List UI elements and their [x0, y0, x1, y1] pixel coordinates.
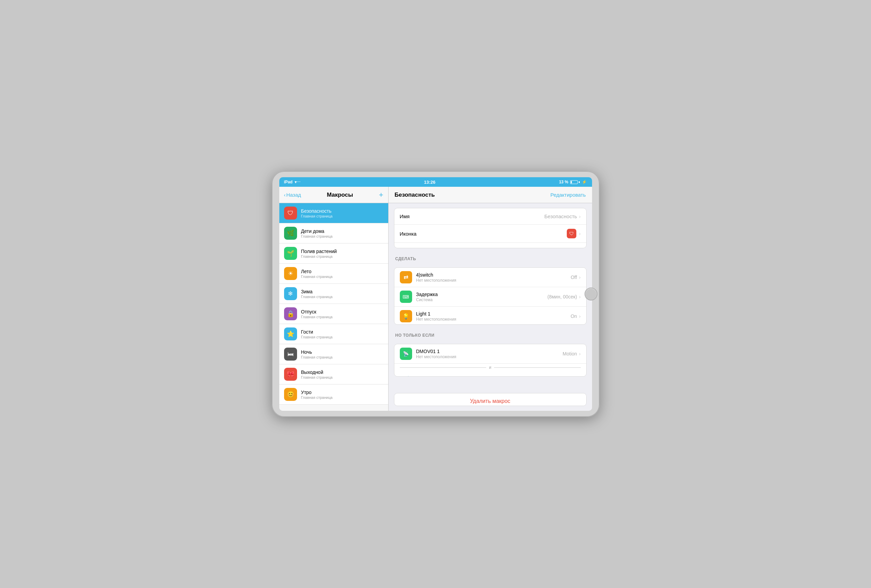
sdelat-card: ⇄ 4|switch Нет местоположения Off › ⌨ За… [394, 267, 587, 325]
switch-value: Off [570, 275, 577, 280]
poliv-text: Полив растений Главная страница [301, 248, 337, 259]
sidebar: 🛡 Безопасность Главная страница 🌿 Дети д… [279, 203, 389, 411]
vyhodnoj-text: Выходной Главная страница [301, 370, 332, 379]
location-row[interactable]: Расположение Главная страница › [394, 243, 586, 248]
noch-text: Ночь Главная страница [301, 349, 332, 359]
switch-icon: ⇄ [400, 271, 412, 283]
spacer [394, 382, 587, 388]
utro-icon: 😊 [284, 388, 297, 401]
add-button[interactable]: + [379, 191, 383, 199]
switch-title: 4|switch [416, 272, 571, 278]
delay-title: Задержка [416, 292, 548, 297]
edit-button[interactable]: Редактировать [551, 192, 586, 198]
sidebar-item-noch[interactable]: 🛏 Ночь Главная страница [279, 344, 388, 364]
home-button[interactable] [585, 287, 597, 301]
dmov-text: DMOV01 1 Нет местоположения [416, 349, 563, 359]
sidebar-item-deti[interactable]: 🌿 Дети дома Главная страница [279, 223, 388, 244]
back-label[interactable]: Назад [286, 192, 301, 198]
and-line-left [400, 367, 486, 368]
poliv-sub: Главная страница [301, 254, 337, 259]
wifi-icon: ▾⋯ [295, 180, 301, 184]
light1-icon: 💡 [400, 310, 412, 322]
device-label: iPad [284, 180, 293, 184]
icon-chevron: › [579, 231, 581, 236]
name-chevron: › [579, 214, 581, 219]
icon-preview: 🛡 [567, 229, 576, 238]
switch-chevron: › [579, 275, 581, 280]
location-value: Главная страница [534, 248, 577, 248]
gosti-title: Гости [301, 329, 332, 335]
switch-text: 4|switch Нет местоположения [416, 272, 571, 283]
add-condition-row[interactable]: Добавить условие › [394, 371, 586, 377]
bezopasnost-icon: 🛡 [284, 206, 297, 220]
and-label: и [489, 365, 491, 370]
delete-button[interactable]: Удалить макрос [394, 393, 586, 406]
dmov-sub: Нет местоположения [416, 355, 563, 359]
sidebar-item-utro[interactable]: 😊 Утро Главная страница [279, 385, 388, 405]
delay-chevron: › [579, 294, 581, 299]
dmov-icon: 📡 [400, 348, 412, 360]
utro-title: Утро [301, 390, 332, 395]
delay-icon: ⌨ [400, 290, 412, 303]
icon-row[interactable]: Иконка 🛡 › [394, 225, 586, 243]
dmov-value: Motion [563, 351, 577, 356]
zima-sub: Главная страница [301, 295, 332, 299]
leto-title: Лето [301, 269, 332, 274]
charge-icon: ⚡ [582, 180, 587, 184]
switch-sub: Нет местоположения [416, 278, 571, 283]
action-light1[interactable]: 💡 Light 1 Нет местоположения On › [394, 307, 586, 325]
poliv-title: Полив растений [301, 248, 337, 254]
main-content: 🛡 Безопасность Главная страница 🌿 Дети д… [279, 203, 592, 411]
light1-value: On [570, 313, 577, 319]
icon-label: Иконка [400, 231, 567, 236]
sidebar-item-zima[interactable]: ❄ Зима Главная страница [279, 284, 388, 304]
detail-panel: Имя Безопасность › Иконка 🛡 › Расположен… [389, 203, 592, 411]
action-dmov[interactable]: 📡 DMOV01 1 Нет местоположения Motion › [394, 344, 586, 364]
noch-title: Ночь [301, 349, 332, 355]
dmov-title: DMOV01 1 [416, 349, 563, 354]
status-bar: iPad ▾⋯ 13:26 13 % ⚡ [279, 177, 592, 187]
zima-text: Зима Главная страница [301, 289, 332, 299]
back-button[interactable]: ‹ Назад [284, 192, 301, 198]
nav-right-section: Безопасность Редактировать [389, 187, 592, 203]
status-left: iPad ▾⋯ [284, 180, 301, 184]
sidebar-item-leto[interactable]: ☀ Лето Главная страница [279, 263, 388, 284]
info-card: Имя Безопасность › Иконка 🛡 › Расположен… [394, 208, 587, 248]
name-row[interactable]: Имя Безопасность › [394, 208, 586, 225]
bezopasnost-title: Безопасность [301, 208, 332, 214]
delay-value: (8мин, 00сек) [547, 294, 577, 299]
vyhodnoj-sub: Главная страница [301, 375, 332, 379]
and-line-right [494, 367, 581, 368]
battery-icon [570, 180, 580, 184]
dmov-chevron: › [579, 351, 581, 356]
action-switch[interactable]: ⇄ 4|switch Нет местоположения Off › [394, 268, 586, 287]
leto-text: Лето Главная страница [301, 269, 332, 278]
utro-text: Утро Главная страница [301, 390, 332, 399]
light1-title: Light 1 [416, 311, 571, 317]
action-delay[interactable]: ⌨ Задержка Система (8мин, 00сек) › [394, 287, 586, 307]
bezopasnost-sub: Главная страница [301, 214, 332, 218]
utro-sub: Главная страница [301, 395, 332, 399]
sidebar-item-gosti[interactable]: ⭐ Гости Главная страница [279, 324, 388, 344]
poliv-icon: 🌱 [284, 247, 297, 260]
vyhodnoj-title: Выходной [301, 370, 332, 375]
sidebar-item-poliv[interactable]: 🌱 Полив растений Главная страница [279, 244, 388, 263]
sidebar-item-otpusk[interactable]: 🔒 Отпуск Главная страница [279, 304, 388, 324]
otpusk-text: Отпуск Главная страница [301, 309, 332, 319]
sidebar-item-bezopasnost[interactable]: 🛡 Безопасность Главная страница [279, 203, 388, 223]
ipad-screen: iPad ▾⋯ 13:26 13 % ⚡ ‹ Назад [279, 177, 592, 411]
chevron-left-icon: ‹ [284, 192, 286, 198]
nav-left-section: ‹ Назад Макросы + [279, 187, 389, 203]
deti-icon: 🌿 [284, 227, 297, 240]
notolko-header: НО ТОЛЬКО ЕСЛИ [394, 329, 587, 339]
ipad-frame: iPad ▾⋯ 13:26 13 % ⚡ ‹ Назад [272, 171, 600, 417]
gosti-icon: ⭐ [284, 328, 297, 340]
otpusk-sub: Главная страница [301, 315, 332, 319]
and-separator: и [394, 364, 586, 371]
nav-bar: ‹ Назад Макросы + Безопасность Редактиро… [279, 187, 592, 203]
add-condition-label[interactable]: Добавить условие [400, 375, 579, 377]
sidebar-item-vyhodnoj[interactable]: 🎀 Выходной Главная страница [279, 364, 388, 385]
battery-percent: 13 % [559, 180, 568, 184]
notolko-card: 📡 DMOV01 1 Нет местоположения Motion › и [394, 344, 587, 377]
deti-sub: Главная страница [301, 234, 332, 238]
